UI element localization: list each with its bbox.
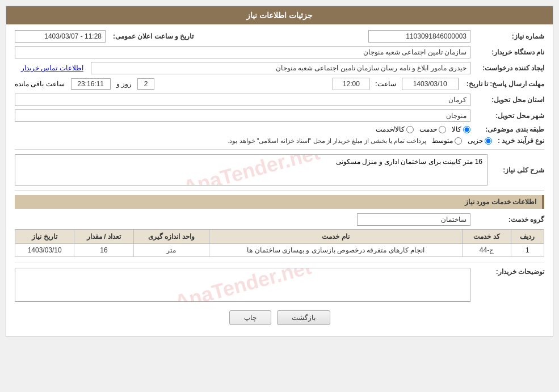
province-value: کرمان: [15, 94, 470, 106]
category-khedmat-item: خدمت: [419, 125, 446, 133]
process-note: پرداخت تمام یا بخشی از مبلغ خریدار از مح…: [228, 137, 426, 145]
deadline-row: مهلت ارسال پاسخ: تا تاریخ: 1403/03/10 سا…: [15, 78, 544, 90]
col-row: ردیف: [511, 230, 544, 244]
watermark-text: AnaTender.net: [180, 154, 322, 186]
cell-name-1: انجام کارهای متفرقه درخصوص بازسازی و بهس…: [209, 244, 463, 257]
need-desc-container: AnaTender.net 16 متر کابینت برای ساختمان…: [15, 154, 487, 186]
remaining-time: 23:16:11: [71, 78, 111, 90]
creator-row: ایجاد کننده درخواست: حیدری مامور ابلاغ و…: [15, 62, 544, 74]
cell-date-1: 1403/03/10: [15, 244, 74, 257]
buyer-notes-container: AnaTender.net: [15, 268, 470, 302]
category-kala-label: کالا: [452, 125, 461, 133]
need-desc-box: AnaTender.net 16 متر کابینت برای ساختمان…: [15, 154, 487, 186]
process-motavasset-radio[interactable]: [455, 137, 462, 145]
need-desc-row: شرح کلی نیاز: AnaTender.net 16 متر کابین…: [15, 154, 544, 186]
col-unit: واحد اندازه گیری: [133, 230, 209, 244]
city-label: شهر محل تحویل:: [470, 112, 544, 120]
back-button[interactable]: بازگشت: [277, 310, 330, 325]
creator-value: حیدری مامور ابلاغ و نامه رسان سازمان تام…: [91, 62, 470, 74]
process-jozi-item: جزیی: [468, 137, 492, 145]
page-container: جزئیات اطلاعات نیاز شماره نیاز: 11030918…: [0, 0, 559, 343]
buyer-notes-box: AnaTender.net: [15, 268, 470, 302]
announce-value: 1403/03/07 - 11:28: [15, 30, 106, 43]
deadline-time: 12:00: [333, 78, 369, 90]
button-row: بازگشت چاپ: [15, 310, 544, 331]
category-label: طبقه بندی موضوعی:: [470, 125, 544, 133]
creator-label: ایجاد کننده درخواست:: [470, 64, 544, 72]
process-jozi-radio[interactable]: [485, 137, 492, 145]
category-khedmat-label: خدمت: [419, 125, 437, 133]
deadline-date: 1403/03/10: [402, 78, 459, 90]
buyer-org-row: نام دستگاه خریدار: سازمان تامین اجتماعی …: [15, 46, 544, 58]
category-kala-khedmat-radio[interactable]: [406, 126, 414, 133]
category-radio-group: کالا خدمت کالا/خدمت: [376, 125, 470, 133]
main-card: جزئیات اطلاعات نیاز شماره نیاز: 11030918…: [6, 6, 553, 337]
category-kala-khedmat-label: کالا/خدمت: [376, 125, 405, 133]
col-quantity: تعداد / مقدار: [74, 230, 133, 244]
remaining-suffix: ساعت باقی مانده: [15, 80, 65, 88]
services-section-title: اطلاعات خدمات مورد نیاز: [15, 195, 544, 209]
remaining-days: 2: [137, 78, 154, 90]
page-title: جزئیات اطلاعات نیاز: [6, 6, 553, 24]
process-motavasset-label: متوسط: [432, 137, 453, 145]
remaining-label: روز و: [116, 80, 132, 88]
category-khedmat-radio[interactable]: [439, 126, 446, 133]
province-row: استان محل تحویل: کرمان: [15, 94, 544, 106]
city-value: منوجان: [15, 109, 470, 122]
service-group-label: گروه خدمت:: [470, 216, 544, 224]
process-row: نوع فرآیند خرید : جزیی متوسط پرداخت تمام…: [15, 137, 544, 145]
contact-info-link[interactable]: اطلاعات تماس خریدار: [18, 64, 86, 72]
category-kala-item: کالا: [452, 125, 470, 133]
category-kala-radio[interactable]: [463, 126, 470, 133]
print-button[interactable]: چاپ: [229, 310, 271, 325]
process-motavasset-item: متوسط: [432, 137, 462, 145]
cell-quantity-1: 16: [74, 244, 133, 257]
need-number-label: شماره نیاز:: [470, 32, 544, 40]
cell-unit-1: متر: [133, 244, 209, 257]
col-name: نام خدمت: [209, 230, 463, 244]
buyer-notes-row: توضیحات خریدار: AnaTender.net: [15, 268, 544, 302]
service-group-value: ساختمان: [357, 213, 470, 226]
buyer-notes-label: توضیحات خریدار:: [470, 268, 544, 276]
services-table: ردیف کد خدمت نام خدمت واحد اندازه گیری ت…: [15, 229, 544, 257]
deadline-time-label: ساعت:: [375, 80, 396, 88]
cell-row-1: 1: [511, 244, 544, 257]
need-desc-label: شرح کلی نیاز:: [487, 166, 544, 174]
process-radio-group: جزیی متوسط: [432, 137, 492, 145]
city-row: شهر محل تحویل: منوجان: [15, 109, 544, 122]
buyer-org-value: سازمان تامین اجتماعی شعبه منوجان: [15, 46, 470, 58]
col-date: تاریخ نیاز: [15, 230, 74, 244]
cell-code-1: ج-44: [463, 244, 511, 257]
need-desc-value: 16 متر کابینت برای ساختمان اداری و منزل …: [336, 158, 482, 166]
card-body: شماره نیاز: 1103091846000003 تاریخ و ساع…: [6, 24, 553, 336]
announce-label: تاریخ و ساعت اعلان عمومی:: [108, 32, 194, 40]
need-number-row: شماره نیاز: 1103091846000003 تاریخ و ساع…: [15, 30, 544, 43]
need-number-value: 1103091846000003: [368, 30, 470, 43]
col-code: کد خدمت: [463, 230, 511, 244]
category-kala-khedmat-item: کالا/خدمت: [376, 125, 414, 133]
category-row: طبقه بندی موضوعی: کالا خدمت کالا/خدمت: [15, 125, 544, 133]
table-row: 1 ج-44 انجام کارهای متفرقه درخصوص بازساز…: [15, 244, 544, 257]
process-label: نوع فرآیند خرید :: [498, 137, 544, 145]
watermark-text-2: AnaTender.net: [172, 268, 314, 302]
province-label: استان محل تحویل:: [470, 96, 544, 104]
deadline-label: مهلت ارسال پاسخ: تا تاریخ:: [462, 80, 544, 88]
buyer-org-label: نام دستگاه خریدار:: [470, 48, 544, 56]
process-jozi-label: جزیی: [468, 137, 483, 145]
service-group-row: گروه خدمت: ساختمان: [15, 213, 544, 226]
